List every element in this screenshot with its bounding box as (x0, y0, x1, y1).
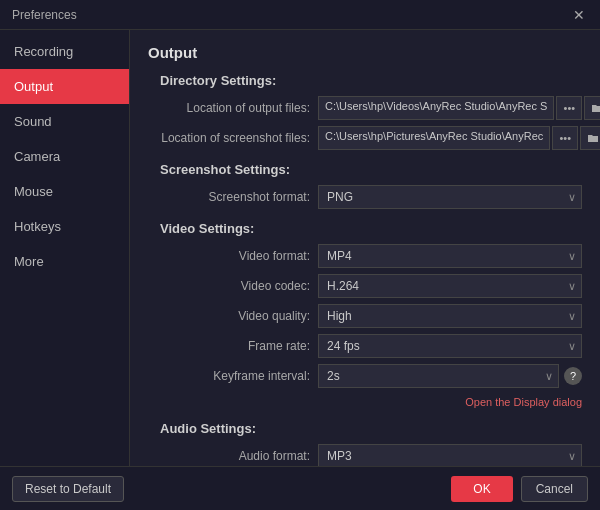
sidebar: Recording Output Sound Camera Mouse Hotk… (0, 30, 130, 466)
footer-right-buttons: OK Cancel (451, 476, 588, 502)
video-codec-label: Video codec: (148, 279, 318, 293)
screenshot-settings-title: Screenshot Settings: (160, 162, 582, 177)
video-format-row: Video format: MP4 MOV AVI MKV (148, 244, 582, 268)
title-bar: Preferences ✕ (0, 0, 600, 30)
frame-rate-label: Frame rate: (148, 339, 318, 353)
video-format-wrapper: MP4 MOV AVI MKV (318, 244, 582, 268)
close-button[interactable]: ✕ (570, 6, 588, 24)
keyframe-select[interactable]: 2s 5s 10s (318, 364, 559, 388)
video-format-select[interactable]: MP4 MOV AVI MKV (318, 244, 582, 268)
sidebar-item-mouse[interactable]: Mouse (0, 174, 129, 209)
keyframe-wrapper: 2s 5s 10s (318, 364, 559, 388)
video-quality-wrapper: High Medium Low (318, 304, 582, 328)
audio-settings-title: Audio Settings: (160, 421, 582, 436)
screenshot-dots-button[interactable]: ••• (552, 126, 578, 150)
output-files-label: Location of output files: (148, 101, 318, 115)
folder-icon (591, 102, 600, 114)
audio-format-row: Audio format: MP3 AAC WMA FLAC (148, 444, 582, 466)
preferences-dialog: Preferences ✕ Recording Output Sound Cam… (0, 0, 600, 510)
directory-settings-title: Directory Settings: (160, 73, 582, 88)
display-dialog-link-row: Open the Display dialog (148, 394, 582, 409)
video-format-label: Video format: (148, 249, 318, 263)
dialog-footer: Reset to Default OK Cancel (0, 466, 600, 510)
dialog-title: Preferences (12, 8, 77, 22)
output-files-path[interactable]: C:\Users\hp\Videos\AnyRec Studio\AnyRec … (318, 96, 554, 120)
video-codec-select[interactable]: H.264 H.265 VP8 (318, 274, 582, 298)
output-dots-button[interactable]: ••• (556, 96, 582, 120)
output-folder-button[interactable] (584, 96, 600, 120)
sidebar-item-hotkeys[interactable]: Hotkeys (0, 209, 129, 244)
screenshot-files-path[interactable]: C:\Users\hp\Pictures\AnyRec Studio\AnyRe… (318, 126, 550, 150)
main-content: Recording Output Sound Camera Mouse Hotk… (0, 30, 600, 466)
sidebar-item-sound[interactable]: Sound (0, 104, 129, 139)
screenshot-files-input-group: C:\Users\hp\Pictures\AnyRec Studio\AnyRe… (318, 126, 600, 150)
video-quality-label: Video quality: (148, 309, 318, 323)
display-dialog-link[interactable]: Open the Display dialog (465, 396, 582, 408)
video-codec-wrapper: H.264 H.265 VP8 (318, 274, 582, 298)
sidebar-item-output[interactable]: Output (0, 69, 129, 104)
reset-to-default-button[interactable]: Reset to Default (12, 476, 124, 502)
video-codec-row: Video codec: H.264 H.265 VP8 (148, 274, 582, 298)
sidebar-item-recording[interactable]: Recording (0, 34, 129, 69)
ok-button[interactable]: OK (451, 476, 512, 502)
keyframe-row: Keyframe interval: 2s 5s 10s ? (148, 364, 582, 388)
content-area: Output Directory Settings: Location of o… (130, 30, 600, 466)
audio-format-label: Audio format: (148, 449, 318, 463)
frame-rate-row: Frame rate: 24 fps 30 fps 60 fps (148, 334, 582, 358)
sidebar-item-camera[interactable]: Camera (0, 139, 129, 174)
screenshot-files-label: Location of screenshot files: (148, 131, 318, 145)
audio-format-select[interactable]: MP3 AAC WMA FLAC (318, 444, 582, 466)
output-files-row: Location of output files: C:\Users\hp\Vi… (148, 96, 582, 120)
output-files-input-group: C:\Users\hp\Videos\AnyRec Studio\AnyRec … (318, 96, 600, 120)
video-quality-select[interactable]: High Medium Low (318, 304, 582, 328)
folder-icon-2 (587, 132, 599, 144)
screenshot-format-wrapper: PNG JPG BMP GIF (318, 185, 582, 209)
screenshot-format-select[interactable]: PNG JPG BMP GIF (318, 185, 582, 209)
frame-rate-wrapper: 24 fps 30 fps 60 fps (318, 334, 582, 358)
screenshot-format-row: Screenshot format: PNG JPG BMP GIF (148, 185, 582, 209)
screenshot-files-row: Location of screenshot files: C:\Users\h… (148, 126, 582, 150)
audio-format-wrapper: MP3 AAC WMA FLAC (318, 444, 582, 466)
screenshot-format-label: Screenshot format: (148, 190, 318, 204)
frame-rate-select[interactable]: 24 fps 30 fps 60 fps (318, 334, 582, 358)
cancel-button[interactable]: Cancel (521, 476, 588, 502)
keyframe-help-button[interactable]: ? (564, 367, 582, 385)
page-title: Output (148, 44, 582, 61)
video-quality-row: Video quality: High Medium Low (148, 304, 582, 328)
screenshot-folder-button[interactable] (580, 126, 600, 150)
video-settings-title: Video Settings: (160, 221, 582, 236)
keyframe-label: Keyframe interval: (148, 369, 318, 383)
sidebar-item-more[interactable]: More (0, 244, 129, 279)
